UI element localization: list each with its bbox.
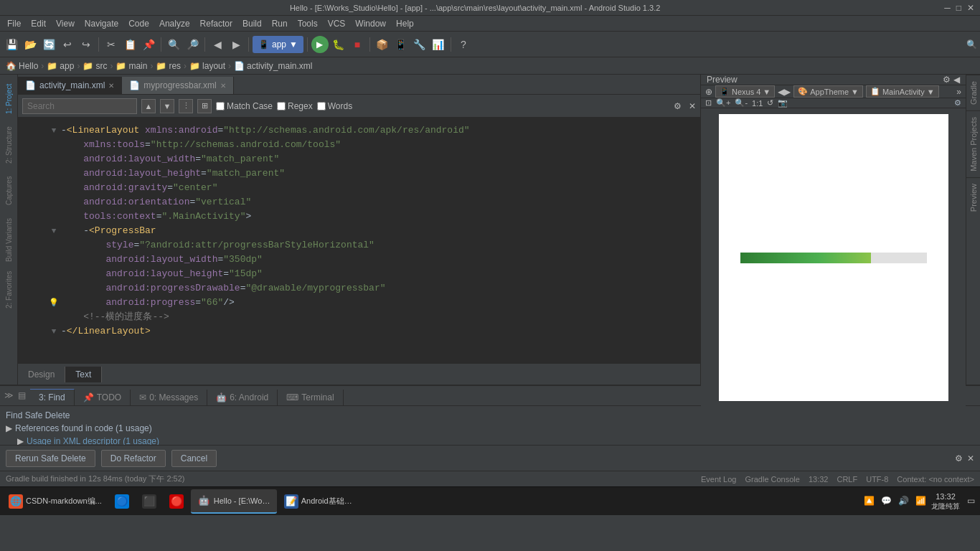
preview-collapse-icon[interactable]: ◀ [953,75,960,85]
expand-icon-1[interactable]: ▶ [6,423,12,433]
taskbar-clock[interactable]: 13:32 龙隆纯算 [931,491,960,511]
tb-forward[interactable]: ▶ [227,36,245,53]
find-input[interactable] [22,98,137,114]
tb-save[interactable]: 💾 [3,36,20,53]
taskbar-android-studio[interactable]: 🤖 Hello - [E:\Works_S... [191,489,277,514]
code-editor[interactable]: ▼ -<LinearLayout xmlns:android="http://s… [18,118,700,363]
tab-terminal[interactable]: ⌨ Terminal [278,390,343,405]
menu-help[interactable]: Help [392,17,418,30]
zoom-out-icon[interactable]: 🔍- [735,98,748,108]
find-prev-button[interactable]: ▲ [141,99,156,113]
tab-text[interactable]: Text [65,367,102,382]
tb-cut[interactable]: ✂ [103,36,120,53]
menu-tools[interactable]: Tools [293,17,322,30]
notif-icon-3[interactable]: 🔊 [897,494,910,507]
tb-back[interactable]: ◀ [209,36,226,53]
tab-messages[interactable]: ✉ 0: Messages [131,390,207,405]
sidebar-captures[interactable]: Captures [1,169,16,212]
menu-edit[interactable]: Edit [27,17,50,30]
find-highlight-button[interactable]: ⊞ [197,99,212,113]
regex-option[interactable]: Regex [277,101,313,111]
bc-main[interactable]: 📁 main [116,61,147,71]
preview-settings-icon[interactable]: ⚙ [943,75,951,85]
preview-tb-btn1[interactable]: ⊕ [705,87,712,97]
status-encoding[interactable]: UTF-8 [866,475,888,484]
tab-find[interactable]: 3: Find [30,389,75,405]
zoom-actual-icon[interactable]: 1:1 [752,99,763,108]
status-event-log[interactable]: Event Log [701,475,737,484]
sdk-manager[interactable]: 📦 [374,36,391,53]
find-next-button[interactable]: ▼ [160,99,174,113]
taskbar-btn2[interactable]: 🔵 [109,489,135,514]
refactor-button[interactable]: Do Refactor [101,450,166,467]
menu-vcs[interactable]: VCS [324,17,350,30]
taskbar-btn3[interactable]: ⬛ [136,489,162,514]
minimize-button[interactable]: ─ [944,3,951,13]
fold-icon-8[interactable]: ▼ [47,224,61,238]
expand-icon-2[interactable]: ▶ [17,436,24,445]
bottom-close-icon[interactable]: ✕ [967,453,974,463]
menu-window[interactable]: Window [351,17,390,30]
rerun-button[interactable]: Rerun Safe Delete [6,450,95,467]
tb-copy[interactable]: 📋 [121,36,138,53]
tab-design[interactable]: Design [18,367,65,382]
sidebar-favorites[interactable]: 2: Favorites [1,268,16,311]
status-gradle-console[interactable]: Gradle Console [745,475,799,484]
zoom-in-icon[interactable]: 🔍+ [716,98,730,108]
bc-hello[interactable]: 🏠 Hello [6,61,38,71]
menu-file[interactable]: File [3,17,25,30]
match-case-checkbox[interactable] [216,102,225,110]
notif-network[interactable]: 📶 [914,494,927,507]
menu-build[interactable]: Build [238,17,266,30]
zoom-screenshot-icon[interactable]: 📷 [778,98,788,108]
right-toolbar-search[interactable]: 🔍 [966,39,977,50]
bc-layout[interactable]: 📁 layout [189,61,225,71]
find-settings-button[interactable]: ⚙ [674,101,682,111]
menu-refactor[interactable]: Refactor [196,17,237,30]
preview-tb-btn2[interactable]: ◀▶ [778,87,791,97]
bc-src[interactable]: 📁 src [83,61,107,71]
help-button[interactable]: ? [455,36,472,53]
preview-tab-right[interactable]: Preview [966,177,980,217]
zoom-refresh-icon[interactable]: ↺ [767,98,773,108]
tb-open[interactable]: 📂 [22,36,39,53]
lightbulb-icon-13[interactable]: 💡 [47,296,61,310]
tab-close-1[interactable]: ✕ [108,82,114,90]
android-monitor[interactable]: 📊 [430,36,447,53]
bottom-left-btn2[interactable]: ▤ [18,390,26,400]
bottom-settings-icon[interactable]: ⚙ [955,453,963,463]
gradle-tab[interactable]: Gradle [966,75,980,110]
bc-res[interactable]: 📁 res [156,61,181,71]
preview-tb-chevron[interactable]: » [956,87,961,97]
app-selector[interactable]: 📱 app ▼ [253,36,303,53]
theme-selector[interactable]: 🎨 AppTheme ▼ [793,85,863,98]
words-checkbox[interactable] [317,102,326,110]
tab-close-2[interactable]: ✕ [220,82,226,90]
tab-activity-main[interactable]: 📄 activity_main.xml ✕ [18,77,122,94]
cancel-button[interactable]: Cancel [171,450,217,467]
find-extras-button[interactable]: ⋮ [179,99,193,113]
taskbar-btn4[interactable]: 🔴 [164,489,189,514]
activity-selector[interactable]: 📋 MainActivity ▼ [866,85,939,98]
sidebar-structure[interactable]: 2: Structure [1,123,16,166]
fold-icon-15[interactable]: ▼ [47,324,61,339]
tab-android[interactable]: 🤖 6: Android [207,390,278,405]
device-selector[interactable]: 📱 Nexus 4 ▼ [715,85,775,98]
tb-search[interactable]: 🔍 [165,36,182,53]
avd-manager[interactable]: 📱 [392,36,410,53]
zoom-fit-icon[interactable]: ⊡ [705,98,712,108]
tb-sync[interactable]: 🔄 [40,36,57,53]
menu-view[interactable]: View [52,17,79,30]
find-close-button[interactable]: ✕ [689,101,696,111]
taskbar-csdn[interactable]: 🌐 CSDN-markdown编... [3,489,108,514]
maven-tab[interactable]: Maven Projects [966,110,980,177]
bc-file[interactable]: 📄 activity_main.xml [234,61,312,71]
sidebar-variants[interactable]: Build Variants [1,215,16,265]
taskbar-word[interactable]: 📝 Android基础教程之-... [278,489,364,514]
close-button[interactable]: ✕ [967,3,974,13]
run-button[interactable]: ▶ [311,36,329,53]
menu-navigate[interactable]: Navigate [80,17,123,30]
sidebar-project[interactable]: 1: Project [1,77,16,121]
tb-paste[interactable]: 📌 [140,36,157,53]
preview-settings-icon2[interactable]: ⚙ [954,98,961,108]
